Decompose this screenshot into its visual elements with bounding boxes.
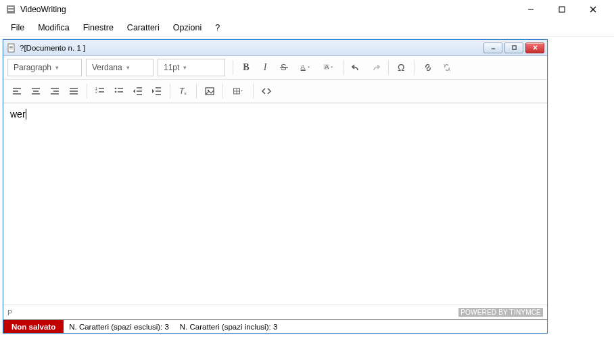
doc-close-button[interactable] <box>525 43 544 53</box>
insert-image-button[interactable] <box>200 82 219 100</box>
undo-button[interactable] <box>347 59 366 76</box>
chevron-down-icon: ▾ <box>55 64 59 71</box>
svg-marker-62 <box>241 90 243 91</box>
element-path[interactable]: P <box>7 309 458 317</box>
svg-line-25 <box>444 64 445 66</box>
font-family-select[interactable]: Verdana▾ <box>86 59 154 76</box>
text-color-button[interactable]: A <box>293 59 316 76</box>
chevron-down-icon: ▾ <box>126 64 130 71</box>
svg-text:A: A <box>325 63 329 70</box>
svg-marker-23 <box>331 66 333 68</box>
document-window: ?[Documento n. 1 ] Paragraph▾ Verdana▾ 1… <box>3 39 548 334</box>
menu-modifica[interactable]: Modifica <box>31 20 76 35</box>
indent-button[interactable] <box>147 82 166 100</box>
special-character-button[interactable]: Ω <box>392 59 411 76</box>
separator <box>415 60 415 75</box>
document-title: ?[Documento n. 1 ] <box>20 44 483 52</box>
separator <box>253 84 254 99</box>
separator <box>222 84 223 99</box>
document-icon <box>6 43 17 53</box>
block-format-select[interactable]: Paragraph▾ <box>7 59 82 76</box>
align-left-button[interactable] <box>7 82 26 100</box>
svg-rect-1 <box>8 7 14 8</box>
svg-line-26 <box>449 70 450 71</box>
svg-rect-11 <box>9 49 13 49</box>
svg-rect-13 <box>512 46 515 49</box>
maximize-button[interactable] <box>546 0 577 19</box>
app-statusbar: Non salvato N. Caratteri (spazi esclusi)… <box>3 319 547 333</box>
menu-finestre[interactable]: Finestre <box>76 20 120 35</box>
svg-marker-20 <box>308 66 310 68</box>
close-button[interactable] <box>577 0 609 19</box>
svg-text:×: × <box>184 91 187 96</box>
bold-button[interactable]: B <box>237 59 256 76</box>
redo-button[interactable] <box>366 59 385 76</box>
editor-text: wer <box>10 109 26 120</box>
app-icon <box>5 4 16 15</box>
document-window-controls <box>483 43 544 53</box>
insert-table-button[interactable] <box>227 82 250 100</box>
menu-caratteri[interactable]: Caratteri <box>120 20 166 35</box>
align-center-button[interactable] <box>26 82 45 100</box>
svg-rect-3 <box>8 10 14 11</box>
svg-rect-9 <box>9 46 13 47</box>
font-size-label: 11pt <box>164 63 179 72</box>
svg-text:2: 2 <box>95 90 97 94</box>
char-count-excl: N. Caratteri (spazi esclusi): 3 <box>64 323 174 331</box>
unlink-button[interactable] <box>438 59 456 76</box>
doc-maximize-button[interactable] <box>504 43 523 53</box>
powered-by-label: POWERED BY TINYMCE <box>458 308 543 317</box>
align-right-button[interactable] <box>45 82 64 100</box>
workspace: ?[Documento n. 1 ] Paragraph▾ Verdana▾ 1… <box>0 36 614 364</box>
toolbar-row-1: Paragraph▾ Verdana▾ 11pt▾ B I S A A Ω <box>3 56 547 80</box>
source-code-button[interactable] <box>257 82 276 100</box>
svg-point-43 <box>115 88 117 90</box>
font-size-select[interactable]: 11pt▾ <box>158 59 225 76</box>
menu-opzioni[interactable]: Opzioni <box>166 20 208 35</box>
separator <box>388 60 389 75</box>
svg-text:A: A <box>301 63 306 70</box>
svg-rect-2 <box>8 9 14 9</box>
menu-help[interactable]: ? <box>208 20 227 35</box>
save-status-badge: Non salvato <box>3 320 64 333</box>
font-family-label: Verdana <box>92 63 122 72</box>
window-controls <box>515 0 609 19</box>
svg-point-44 <box>115 91 117 93</box>
svg-marker-50 <box>133 89 135 93</box>
editor-statusbar: P POWERED BY TINYMCE <box>3 305 547 319</box>
doc-minimize-button[interactable] <box>483 43 502 53</box>
app-title: VideoWriting <box>20 5 515 14</box>
svg-rect-10 <box>9 47 13 48</box>
editor-content[interactable]: wer <box>3 103 547 305</box>
separator <box>233 60 233 75</box>
separator <box>170 84 170 99</box>
svg-marker-54 <box>152 89 154 93</box>
svg-text:Ω: Ω <box>398 62 404 73</box>
numbered-list-button[interactable]: 12 <box>91 82 110 100</box>
text-cursor <box>26 109 26 120</box>
clear-formatting-button[interactable]: T× <box>174 82 193 100</box>
align-justify-button[interactable] <box>64 82 83 100</box>
separator <box>196 84 197 99</box>
separator <box>343 60 344 75</box>
italic-button[interactable]: I <box>256 59 275 76</box>
main-titlebar: VideoWriting <box>0 0 614 19</box>
separator <box>87 84 87 99</box>
bullet-list-button[interactable] <box>110 82 128 100</box>
chevron-down-icon: ▾ <box>183 64 187 71</box>
minimize-button[interactable] <box>515 0 546 19</box>
menubar: File Modifica Finestre Caratteri Opzioni… <box>0 19 614 36</box>
outdent-button[interactable] <box>128 82 147 100</box>
strikethrough-button[interactable]: S <box>275 59 293 76</box>
toolbar-row-2: 12 T× <box>3 80 547 103</box>
char-count-incl: N. Caratteri (spazi inclusi): 3 <box>174 323 283 331</box>
block-format-label: Paragraph <box>14 63 51 72</box>
link-button[interactable] <box>419 59 438 76</box>
document-titlebar[interactable]: ?[Documento n. 1 ] <box>3 40 547 56</box>
svg-rect-19 <box>301 70 306 71</box>
background-color-button[interactable]: A <box>316 59 339 76</box>
svg-rect-5 <box>559 7 565 12</box>
menu-file[interactable]: File <box>4 20 31 35</box>
